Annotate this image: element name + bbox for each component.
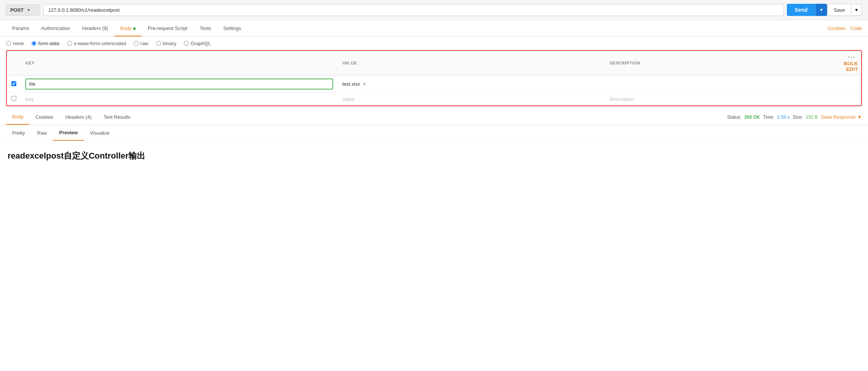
table-row: Key Value Description [7, 93, 861, 105]
radio-graphql-input[interactable] [184, 41, 189, 46]
response-tab-headers-badge: (4) [84, 114, 92, 120]
size-label: Size: [793, 115, 803, 120]
tab-params[interactable]: Params [6, 20, 35, 36]
row2-checkbox[interactable] [11, 96, 16, 101]
tab-settings[interactable]: Settings [217, 20, 247, 36]
radio-raw-input[interactable] [134, 41, 139, 46]
radio-urlencoded[interactable]: x-www-form-urlencoded [67, 41, 126, 46]
radio-binary[interactable]: binary [156, 41, 176, 46]
tab-pre-request[interactable]: Pre-request Script [142, 20, 194, 36]
row1-file-value: test.xlsx [342, 81, 360, 87]
status-code: 200 OK [744, 115, 760, 120]
body-active-dot [133, 27, 136, 30]
save-dropdown-button[interactable]: ▼ [851, 4, 862, 16]
send-button[interactable]: Send [787, 4, 815, 16]
table-row: test.xlsx ✕ [7, 75, 861, 93]
tab-body[interactable]: Body [114, 20, 142, 36]
method-selector[interactable]: POST ▼ [6, 5, 40, 16]
response-tab-cookies[interactable]: Cookies [30, 110, 60, 124]
row1-key-input[interactable] [25, 79, 333, 90]
request-tabs-bar: Params Authorization Headers (9) Body Pr… [0, 20, 868, 37]
send-save-group: Send ▼ Save ▼ [787, 4, 862, 16]
response-tabs-status-bar: Body Cookies Headers (4) Test Results St… [0, 109, 868, 125]
tabs-right-group: Cookies Code [828, 25, 862, 31]
cookies-link[interactable]: Cookies [828, 25, 846, 31]
row1-value-cell: test.xlsx ✕ [338, 75, 605, 93]
row1-key-cell [21, 75, 338, 93]
time-value: 2.56 s [777, 115, 790, 120]
row2-value-cell: Value [338, 93, 605, 105]
view-tab-raw[interactable]: Raw [31, 126, 53, 140]
response-tab-body[interactable]: Body [6, 109, 30, 125]
col-description-header: DESCRIPTION [605, 51, 839, 75]
col-key-header: KEY [21, 51, 338, 75]
radio-form-data-label: form-data [38, 41, 60, 46]
method-chevron-icon: ▼ [27, 8, 30, 12]
save-response-button[interactable]: Save Response ▼ [821, 114, 862, 120]
radio-binary-input[interactable] [156, 41, 161, 46]
radio-none-label: none [13, 41, 24, 46]
url-input[interactable] [43, 4, 784, 16]
tab-headers-label: Headers [82, 25, 101, 31]
view-tab-preview[interactable]: Preview [53, 125, 84, 141]
top-bar: POST ▼ Send ▼ Save ▼ [0, 0, 868, 20]
form-table-wrapper: KEY VALUE DESCRIPTION ··· Bulk Edit [6, 50, 862, 106]
response-tab-test-results[interactable]: Test Results [97, 110, 136, 124]
radio-urlencoded-label: x-www-form-urlencoded [74, 41, 126, 46]
tab-body-label: Body [120, 25, 132, 31]
radio-raw-label: raw [141, 41, 149, 46]
response-section: Body Cookies Headers (4) Test Results St… [0, 109, 868, 171]
radio-form-data-input[interactable] [31, 41, 36, 46]
save-response-label: Save Response [821, 114, 855, 120]
tab-headers[interactable]: Headers (9) [76, 20, 114, 36]
row1-description-input[interactable] [609, 81, 835, 87]
row2-checkbox-cell [7, 93, 21, 105]
tab-headers-badge: (9) [101, 25, 108, 31]
radio-none[interactable]: none [6, 41, 24, 46]
size-value: 191 B [806, 115, 818, 120]
save-button[interactable]: Save [827, 4, 851, 16]
tab-tests[interactable]: Tests [194, 20, 217, 36]
view-tab-visualize[interactable]: Visualize [84, 126, 116, 140]
row2-description-cell: Description [605, 93, 839, 105]
body-type-bar: none form-data x-www-form-urlencoded raw… [0, 37, 868, 50]
bulk-edit-button[interactable]: Bulk Edit [844, 61, 858, 72]
preview-output: readexcelpost自定义Controller输出 [0, 141, 868, 171]
status-label: Status: [727, 115, 741, 120]
row1-action-cell [839, 75, 861, 93]
save-response-chevron-icon: ▼ [857, 114, 862, 120]
more-options-button[interactable]: ··· [848, 54, 855, 60]
view-tab-pretty[interactable]: Pretty [6, 126, 31, 140]
code-link[interactable]: Code [850, 25, 862, 31]
response-status-info: Status: 200 OK Time: 2.56 s Size: 191 B … [727, 114, 862, 120]
radio-form-data[interactable]: form-data [31, 41, 60, 46]
col-checkbox-header [7, 51, 21, 75]
response-tab-headers-label: Headers [66, 114, 84, 120]
time-label: Time: [763, 115, 774, 120]
row2-key-placeholder: Key [25, 96, 34, 102]
row2-description-placeholder: Description [609, 96, 634, 102]
col-value-header: VALUE [338, 51, 605, 75]
radio-graphql-label: GraphQL [191, 41, 211, 46]
row1-checkbox-cell [7, 75, 21, 93]
row1-description-cell [605, 75, 839, 93]
form-data-table: KEY VALUE DESCRIPTION ··· Bulk Edit [7, 51, 861, 105]
tab-authorization[interactable]: Authorization [35, 20, 76, 36]
response-tab-headers[interactable]: Headers (4) [60, 110, 98, 124]
method-label: POST [10, 7, 24, 13]
row2-action-cell [839, 93, 861, 105]
row2-key-cell: Key [21, 93, 338, 105]
col-action-header: ··· Bulk Edit [839, 51, 861, 75]
radio-raw[interactable]: raw [134, 41, 149, 46]
radio-graphql[interactable]: GraphQL [184, 41, 211, 46]
radio-urlencoded-input[interactable] [67, 41, 72, 46]
radio-none-input[interactable] [6, 41, 11, 46]
preview-text: readexcelpost自定义Controller输出 [8, 151, 145, 160]
response-view-tabs: Pretty Raw Preview Visualize [0, 125, 868, 141]
row1-remove-file-button[interactable]: ✕ [362, 81, 367, 87]
row2-value-placeholder: Value [342, 96, 354, 102]
send-dropdown-button[interactable]: ▼ [815, 4, 827, 16]
radio-binary-label: binary [163, 41, 176, 46]
row1-checkbox[interactable] [11, 81, 16, 86]
